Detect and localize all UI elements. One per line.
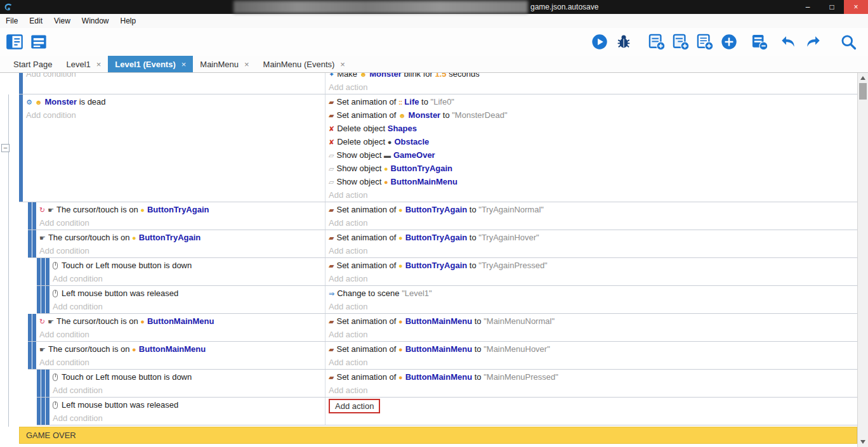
scroll-up-icon[interactable] — [860, 76, 865, 80]
conditions-cell[interactable]: Left mouse button was releasedAdd condit… — [49, 286, 325, 313]
event-row[interactable]: ↻☛The cursor/touch is on ●ButtonMainMenu… — [28, 314, 857, 342]
add-condition-link[interactable]: Add condition — [39, 218, 89, 228]
actions-cell[interactable]: ▰Set animation of ::Life to "Life0"▰Set … — [325, 94, 857, 202]
add-action-link[interactable]: Add action — [329, 82, 367, 92]
menu-file[interactable]: File — [0, 14, 23, 28]
editors-panel-icon[interactable] — [29, 32, 48, 51]
event-text: The cursor/touch is on — [48, 233, 132, 242]
actions-cell[interactable]: ▰Set animation of ●ButtonTryAgain to "Tr… — [325, 258, 857, 285]
actions-cell[interactable]: ⇒Change to scene "Level1"Add action — [325, 286, 857, 313]
object-name: ButtonTryAgain — [405, 233, 468, 242]
conditions-cell[interactable]: ☛The cursor/touch is on ●ButtonTryAgainA… — [36, 230, 325, 257]
tab-close-icon[interactable]: × — [340, 60, 345, 69]
conditions-cell[interactable]: ☛The cursor/touch is on ●ButtonMainMenuA… — [36, 342, 325, 369]
menu-view[interactable]: View — [48, 14, 76, 28]
comment-event[interactable]: GAME OVER — [19, 427, 857, 444]
redo-icon[interactable] — [803, 32, 822, 51]
conditions-cell[interactable]: ↻☛The cursor/touch is on ●ButtonMainMenu… — [36, 314, 325, 341]
event-text: is dead — [77, 97, 106, 107]
conditions-cell[interactable]: Left mouse button was releasedAdd condit… — [49, 398, 325, 425]
add-condition-link[interactable]: Add condition — [53, 302, 103, 311]
add-condition-link[interactable]: Add condition — [53, 274, 103, 283]
actions-cell[interactable]: ✦Make ☻Monster blink for 1.5 secondsAdd … — [325, 73, 857, 94]
menu-window[interactable]: Window — [76, 14, 115, 28]
event-line: ⚙☻Monster is dead — [26, 95, 322, 108]
add-condition-link[interactable]: Add condition — [53, 385, 103, 395]
event-row[interactable]: ⚙☻Monster is deadAdd condition▰Set anima… — [19, 94, 857, 202]
minimize-button[interactable]: – — [796, 0, 820, 14]
add-action-link[interactable]: Add action — [329, 190, 367, 200]
actions-cell[interactable]: ▰Set animation of ●ButtonTryAgain to "Tr… — [325, 202, 857, 230]
repeat-trigger-icon: ↻ — [39, 315, 45, 328]
scroll-down-icon[interactable] — [860, 440, 865, 444]
toggle-event-icon[interactable] — [750, 32, 769, 51]
scrollbar-thumb[interactable] — [859, 83, 867, 100]
vertical-scrollbar[interactable] — [857, 73, 868, 447]
project-manager-icon[interactable] — [5, 32, 24, 51]
add-subevent-icon[interactable] — [671, 32, 690, 51]
tab-close-icon[interactable]: × — [244, 60, 249, 69]
conditions-cell[interactable]: Touch or Left mouse button is downAdd co… — [49, 258, 325, 285]
conditions-cell[interactable]: ↻☛The cursor/touch is on ●ButtonTryAgain… — [36, 202, 325, 230]
tab-level1[interactable]: Level1× — [59, 56, 108, 72]
tab-close-icon[interactable]: × — [181, 60, 187, 69]
event-row[interactable]: Left mouse button was releasedAdd condit… — [37, 398, 857, 425]
event-row[interactable]: Left mouse button was releasedAdd condit… — [37, 286, 857, 314]
event-row[interactable]: ☛The cursor/touch is on ●ButtonMainMenuA… — [28, 342, 857, 370]
add-condition-link[interactable]: Add condition — [26, 110, 76, 120]
tab-mainmenu-events-[interactable]: MainMenu (Events)× — [256, 56, 352, 72]
actions-cell[interactable]: ▰Set animation of ●ButtonMainMenu to "Ma… — [325, 314, 857, 341]
conditions-cell[interactable]: Add condition — [23, 73, 325, 94]
maximize-button[interactable]: □ — [820, 0, 844, 14]
actions-cell[interactable]: ▰Set animation of ●ButtonMainMenu to "Ma… — [325, 342, 857, 369]
window-controls: –□× — [796, 0, 868, 14]
add-action-link[interactable]: Add action — [329, 358, 367, 367]
event-row[interactable]: Touch or Left mouse button is downAdd co… — [37, 370, 857, 398]
event-row[interactable]: Add condition✦Make ☻Monster blink for 1.… — [19, 73, 857, 94]
conditions-cell[interactable]: Touch or Left mouse button is downAdd co… — [49, 370, 325, 397]
add-action-link[interactable]: Add action — [329, 302, 367, 311]
event-line: Add condition — [39, 216, 322, 230]
add-action-link[interactable]: Add action — [329, 330, 367, 339]
menu-help[interactable]: Help — [115, 14, 142, 28]
preview-play-icon[interactable] — [590, 32, 609, 51]
event-line: ▰Set animation of ●ButtonMainMenu to "Ma… — [329, 370, 855, 384]
undo-icon[interactable] — [779, 32, 798, 51]
event-row[interactable]: Touch or Left mouse button is downAdd co… — [37, 258, 857, 286]
add-action-link[interactable]: Add action — [329, 399, 380, 413]
menu-edit[interactable]: Edit — [23, 14, 48, 28]
add-condition-link[interactable]: Add condition — [39, 330, 89, 339]
add-action-link[interactable]: Add action — [329, 385, 367, 395]
event-row[interactable]: ↻☛The cursor/touch is on ●ButtonTryAgain… — [28, 202, 857, 230]
actions-cell[interactable]: ▰Set animation of ●ButtonTryAgain to "Tr… — [325, 230, 857, 257]
search-icon[interactable] — [839, 32, 858, 51]
object-name: ButtonMainMenu — [139, 344, 206, 354]
tab-label: Level1 (Events) — [115, 60, 175, 69]
add-condition-link[interactable]: Add condition — [53, 413, 103, 423]
button-mainmenu-icon: ● — [398, 343, 403, 356]
add-action-link[interactable]: Add action — [329, 218, 367, 228]
add-action-link[interactable]: Add action — [329, 274, 367, 283]
mouse-icon — [53, 401, 58, 409]
actions-cell[interactable]: Add action — [325, 398, 857, 425]
add-event-icon[interactable] — [647, 32, 666, 51]
add-comment-icon[interactable] — [695, 32, 714, 51]
add-condition-link[interactable]: Add condition — [39, 246, 89, 256]
add-action-link[interactable]: Add action — [329, 246, 367, 256]
actions-cell[interactable]: ▰Set animation of ●ButtonMainMenu to "Ma… — [325, 370, 857, 397]
add-event-circle-icon[interactable] — [720, 32, 739, 51]
event-line: Add condition — [39, 328, 322, 341]
object-name: ButtonMainMenu — [391, 177, 457, 186]
add-condition-link[interactable]: Add condition — [26, 73, 76, 79]
close-button[interactable]: × — [844, 0, 868, 14]
debug-icon[interactable] — [614, 32, 633, 51]
cursor-touch-icon: ☛ — [39, 343, 46, 356]
set-animation-icon: ▰ — [329, 231, 334, 245]
add-condition-link[interactable]: Add condition — [39, 358, 89, 367]
tab-level1-events-[interactable]: Level1 (Events)× — [108, 56, 193, 72]
tab-mainmenu[interactable]: MainMenu× — [193, 56, 256, 72]
tab-start-page[interactable]: Start Page — [6, 56, 59, 72]
conditions-cell[interactable]: ⚙☻Monster is deadAdd condition — [23, 94, 325, 202]
tab-close-icon[interactable]: × — [96, 60, 102, 69]
event-row[interactable]: ☛The cursor/touch is on ●ButtonTryAgainA… — [28, 230, 857, 258]
